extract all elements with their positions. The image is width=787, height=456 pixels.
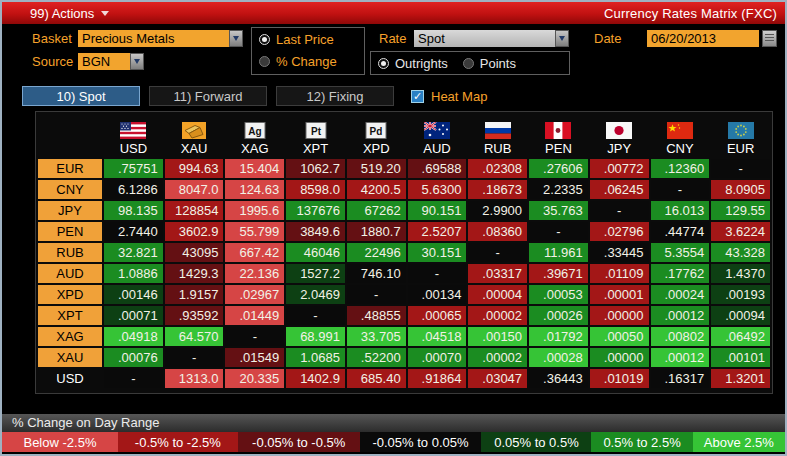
rate-cell-pen-pen[interactable]: - [529, 222, 588, 241]
rate-cell-pen-rub[interactable]: .08360 [468, 222, 527, 241]
rate-cell-pen-eur[interactable]: 3.6224 [711, 222, 770, 241]
rate-cell-xpt-usd[interactable]: .00071 [104, 306, 163, 325]
rate-cell-aud-xag[interactable]: 22.136 [225, 264, 284, 283]
rate-cell-usd-rub[interactable]: .03047 [468, 369, 527, 388]
rate-cell-rub-jpy[interactable]: .33445 [590, 243, 649, 262]
rate-cell-rub-xpt[interactable]: 46046 [286, 243, 345, 262]
rate-cell-rub-xag[interactable]: 667.42 [225, 243, 284, 262]
rate-cell-eur-pen[interactable]: .27606 [529, 159, 588, 178]
calendar-button[interactable] [762, 30, 777, 47]
rate-cell-xpd-xpt[interactable]: 2.0469 [286, 285, 345, 304]
rate-cell-xpt-jpy[interactable]: .00000 [590, 306, 649, 325]
rate-cell-xpd-rub[interactable]: .00004 [468, 285, 527, 304]
rate-cell-jpy-xag[interactable]: 1995.6 [225, 201, 284, 220]
rate-cell-cny-cny[interactable]: - [651, 180, 710, 199]
rate-cell-xag-pen[interactable]: .01792 [529, 327, 588, 346]
rate-cell-usd-xau[interactable]: 1313.0 [165, 369, 224, 388]
rate-cell-cny-xag[interactable]: 124.63 [225, 180, 284, 199]
rate-cell-cny-rub[interactable]: .18673 [468, 180, 527, 199]
rate-cell-xpd-xpd[interactable]: - [347, 285, 406, 304]
rate-cell-xpt-xpt[interactable]: - [286, 306, 345, 325]
rate-cell-xau-xpt[interactable]: 1.0685 [286, 348, 345, 367]
rate-cell-jpy-pen[interactable]: 35.763 [529, 201, 588, 220]
rate-cell-eur-xpt[interactable]: 1062.7 [286, 159, 345, 178]
rate-cell-xag-rub[interactable]: .00150 [468, 327, 527, 346]
rate-cell-pen-aud[interactable]: 2.5207 [408, 222, 467, 241]
rate-cell-cny-xpd[interactable]: 4200.5 [347, 180, 406, 199]
rate-cell-jpy-aud[interactable]: 90.151 [408, 201, 467, 220]
rate-cell-eur-usd[interactable]: .75751 [104, 159, 163, 178]
rate-cell-eur-rub[interactable]: .02308 [468, 159, 527, 178]
rate-cell-jpy-xpt[interactable]: 137676 [286, 201, 345, 220]
rate-cell-aud-xau[interactable]: 1429.3 [165, 264, 224, 283]
rate-cell-jpy-xau[interactable]: 128854 [165, 201, 224, 220]
actions-button[interactable]: 99) Actions [30, 6, 109, 21]
rate-cell-jpy-rub[interactable]: 2.9900 [468, 201, 527, 220]
rate-cell-xau-usd[interactable]: .00076 [104, 348, 163, 367]
rate-cell-xpd-eur[interactable]: .00193 [711, 285, 770, 304]
rate-cell-cny-eur[interactable]: 8.0905 [711, 180, 770, 199]
rate-cell-xau-xau[interactable]: - [165, 348, 224, 367]
rate-dropdown-arrow-icon[interactable] [555, 30, 569, 47]
checkbox-checked-icon[interactable] [411, 90, 424, 103]
rate-cell-xpt-cny[interactable]: .00012 [651, 306, 710, 325]
rate-cell-aud-jpy[interactable]: .01109 [590, 264, 649, 283]
rate-cell-xpd-pen[interactable]: .00053 [529, 285, 588, 304]
rate-cell-xau-xag[interactable]: .01549 [225, 348, 284, 367]
rate-cell-xag-aud[interactable]: .04518 [408, 327, 467, 346]
rate-cell-aud-usd[interactable]: 1.0886 [104, 264, 163, 283]
rate-cell-xpd-cny[interactable]: .00024 [651, 285, 710, 304]
rate-cell-rub-usd[interactable]: 32.821 [104, 243, 163, 262]
rate-cell-xpt-xag[interactable]: .01449 [225, 306, 284, 325]
rate-cell-xag-xau[interactable]: 64.570 [165, 327, 224, 346]
rate-cell-usd-jpy[interactable]: .01019 [590, 369, 649, 388]
rate-cell-eur-aud[interactable]: .69588 [408, 159, 467, 178]
rate-cell-xpd-xau[interactable]: 1.9157 [165, 285, 224, 304]
rate-cell-rub-eur[interactable]: 43.328 [711, 243, 770, 262]
rate-cell-xau-jpy[interactable]: .00000 [590, 348, 649, 367]
source-dropdown-arrow-icon[interactable] [130, 53, 144, 70]
rate-cell-rub-aud[interactable]: 30.151 [408, 243, 467, 262]
rate-cell-jpy-cny[interactable]: 16.013 [651, 201, 710, 220]
rate-cell-xau-xpd[interactable]: .52200 [347, 348, 406, 367]
tab-fixing[interactable]: 12) Fixing [276, 86, 394, 106]
date-input[interactable] [647, 30, 759, 47]
rate-cell-xau-rub[interactable]: .00002 [468, 348, 527, 367]
rate-cell-pen-xag[interactable]: 55.799 [225, 222, 284, 241]
rate-cell-xau-pen[interactable]: .00028 [529, 348, 588, 367]
rate-cell-pen-cny[interactable]: .44774 [651, 222, 710, 241]
rate-cell-aud-xpd[interactable]: 746.10 [347, 264, 406, 283]
rate-cell-rub-cny[interactable]: 5.3554 [651, 243, 710, 262]
rate-cell-xpt-rub[interactable]: .00002 [468, 306, 527, 325]
rate-cell-usd-cny[interactable]: .16317 [651, 369, 710, 388]
rate-cell-xag-usd[interactable]: .04918 [104, 327, 163, 346]
rate-cell-eur-cny[interactable]: .12360 [651, 159, 710, 178]
rate-cell-xpd-aud[interactable]: .00134 [408, 285, 467, 304]
rate-cell-eur-xau[interactable]: 994.63 [165, 159, 224, 178]
rate-cell-pen-usd[interactable]: 2.7440 [104, 222, 163, 241]
rate-cell-xau-aud[interactable]: .00070 [408, 348, 467, 367]
tab-forward[interactable]: 11) Forward [149, 86, 267, 106]
rate-cell-xpt-xpd[interactable]: .48855 [347, 306, 406, 325]
rate-cell-rub-xpd[interactable]: 22496 [347, 243, 406, 262]
rate-cell-pen-xau[interactable]: 3602.9 [165, 222, 224, 241]
rate-cell-usd-aud[interactable]: .91864 [408, 369, 467, 388]
rate-cell-eur-eur[interactable]: - [711, 159, 770, 178]
rate-cell-xag-cny[interactable]: .00802 [651, 327, 710, 346]
rate-cell-rub-pen[interactable]: 11.961 [529, 243, 588, 262]
rate-cell-xau-cny[interactable]: .00012 [651, 348, 710, 367]
rate-cell-cny-aud[interactable]: 5.6300 [408, 180, 467, 199]
heat-map-toggle[interactable]: Heat Map [411, 89, 487, 104]
rate-cell-eur-xpd[interactable]: 519.20 [347, 159, 406, 178]
rate-cell-xpd-jpy[interactable]: .00001 [590, 285, 649, 304]
rate-cell-usd-pen[interactable]: .36443 [529, 369, 588, 388]
rate-cell-pen-jpy[interactable]: .02796 [590, 222, 649, 241]
source-select[interactable]: BGN [78, 53, 130, 70]
rate-cell-rub-xau[interactable]: 43095 [165, 243, 224, 262]
rate-cell-xpd-usd[interactable]: .00146 [104, 285, 163, 304]
rate-cell-pen-xpt[interactable]: 3849.6 [286, 222, 345, 241]
rate-cell-jpy-usd[interactable]: 98.135 [104, 201, 163, 220]
rate-cell-xag-xpt[interactable]: 68.991 [286, 327, 345, 346]
rate-cell-xpt-xau[interactable]: .93592 [165, 306, 224, 325]
rate-cell-xpt-pen[interactable]: .00026 [529, 306, 588, 325]
